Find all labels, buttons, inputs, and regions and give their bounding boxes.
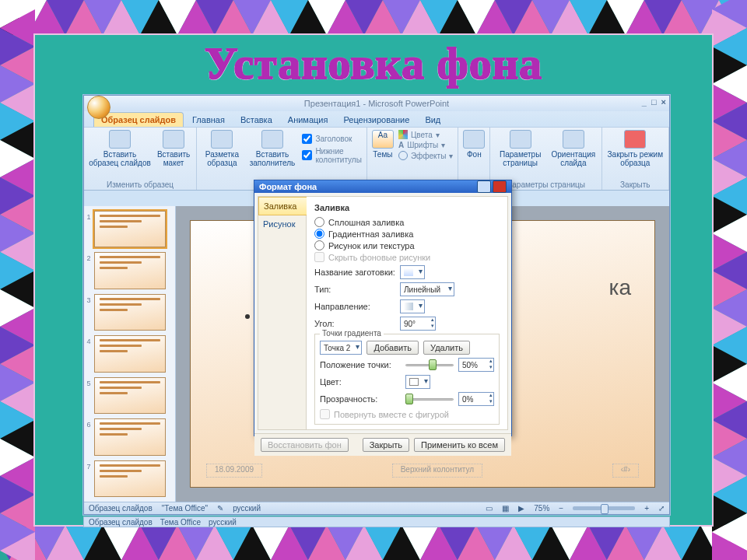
insert-layout-button[interactable]: Вставить макет bbox=[156, 130, 191, 167]
status-bar-shadow: Образец слайдов Тема Office русский bbox=[83, 516, 670, 527]
angle-spinner[interactable]: 90° bbox=[400, 317, 436, 331]
nav-picture[interactable]: Рисунок bbox=[258, 215, 306, 233]
format-background-dialog: Формат фона Заливка Рисунок Заливка Спло… bbox=[254, 180, 512, 436]
insert-layout-label: Вставить макет bbox=[156, 150, 191, 167]
direction-combo[interactable] bbox=[400, 299, 425, 313]
ribbon-group-label: Изменить образец bbox=[89, 180, 191, 189]
nav-fill[interactable]: Заливка bbox=[258, 197, 307, 215]
ribbon-group-label: Закрыть bbox=[607, 180, 664, 189]
master-layout-icon bbox=[211, 130, 233, 149]
dialog-help-button[interactable] bbox=[477, 180, 491, 193]
app-title: Презентация1 - Microsoft PowerPoint bbox=[304, 99, 449, 108]
radio-picture-input[interactable] bbox=[314, 240, 324, 250]
status-bar: Образец слайдов "Тема Office" ✎ русский … bbox=[84, 502, 669, 514]
type-combo[interactable]: Линейный bbox=[400, 282, 454, 296]
page-setup-label: Параметры страницы bbox=[495, 150, 545, 167]
transparency-slider[interactable] bbox=[405, 393, 454, 405]
placeholder-icon bbox=[261, 130, 283, 149]
insert-slide-master-button[interactable]: Вставить образец слайдов bbox=[89, 130, 151, 167]
slide-thumbnail[interactable]: 4 bbox=[94, 335, 166, 372]
insert-slide-master-label: Вставить образец слайдов bbox=[89, 150, 151, 167]
fonts-menu[interactable]: AШрифты ▾ bbox=[398, 141, 453, 149]
remove-stop-button[interactable]: Удалить bbox=[423, 341, 470, 355]
insert-placeholder-button[interactable]: Вставить заполнитель bbox=[247, 130, 298, 167]
transparency-spinner[interactable]: 0% bbox=[458, 392, 494, 406]
slide-thumbnail[interactable]: 7 bbox=[94, 460, 166, 497]
colors-icon bbox=[398, 130, 408, 139]
footers-checkbox[interactable]: Нижние колонтитулы bbox=[302, 147, 362, 164]
slide-thumbnail[interactable]: 1 bbox=[94, 211, 166, 247]
close-button[interactable]: × bbox=[661, 97, 666, 107]
close-master-button[interactable]: Закрыть режим образца bbox=[607, 130, 664, 167]
stop-select[interactable]: Точка 2 bbox=[320, 341, 362, 355]
radio-picture-texture[interactable]: Рисунок или текстура bbox=[314, 240, 500, 250]
tab-animation[interactable]: Анимация bbox=[281, 113, 335, 127]
insert-placeholder-label: Вставить заполнитель bbox=[247, 150, 298, 167]
status-language[interactable]: русский bbox=[233, 504, 261, 513]
footer-slide-number[interactable]: ‹#› bbox=[612, 464, 639, 478]
page-title: Установка фона bbox=[0, 37, 747, 89]
slide-thumbnail[interactable]: 5 bbox=[94, 377, 166, 414]
view-normal-icon[interactable]: ▭ bbox=[486, 504, 493, 513]
add-stop-button[interactable]: Добавить bbox=[366, 341, 419, 355]
insert-layout-icon bbox=[163, 130, 184, 149]
dialog-close-btn[interactable]: Закрыть bbox=[363, 438, 409, 452]
spell-icon[interactable]: ✎ bbox=[217, 504, 223, 513]
slide-title-tail: ка bbox=[609, 275, 631, 300]
radio-gradient-input[interactable] bbox=[314, 229, 324, 239]
effects-menu[interactable]: Эффекты ▾ bbox=[398, 151, 453, 160]
effects-label: Эффекты bbox=[411, 152, 446, 160]
tab-review[interactable]: Рецензирование bbox=[336, 113, 416, 127]
master-layout-label: Разметка образца bbox=[202, 150, 243, 167]
tab-view[interactable]: Вид bbox=[418, 113, 447, 127]
title-checkbox-input[interactable] bbox=[302, 134, 312, 144]
title-checkbox[interactable]: Заголовок bbox=[302, 134, 362, 144]
office-button[interactable] bbox=[87, 96, 110, 119]
position-spinner[interactable]: 50% bbox=[458, 358, 494, 372]
page-setup-icon bbox=[510, 130, 531, 149]
zoom-slider[interactable] bbox=[573, 506, 635, 510]
slide-orientation-label: Ориентация слайда bbox=[550, 150, 597, 167]
radio-solid[interactable]: Сплошная заливка bbox=[314, 217, 500, 227]
tab-home[interactable]: Главная bbox=[185, 113, 232, 127]
position-slider[interactable] bbox=[405, 359, 454, 371]
zoom-value[interactable]: 75% bbox=[534, 504, 549, 513]
maximize-button[interactable]: □ bbox=[651, 97, 657, 107]
slide-orientation-button[interactable]: Ориентация слайда bbox=[550, 130, 597, 167]
close-master-label: Закрыть режим образца bbox=[607, 150, 664, 167]
reset-background-button[interactable]: Восстановить фон bbox=[261, 438, 349, 452]
footer-center[interactable]: Верхний колонтитул bbox=[392, 464, 483, 478]
dialog-close-button[interactable] bbox=[493, 180, 507, 193]
colors-menu[interactable]: Цвета ▾ bbox=[398, 130, 453, 139]
preset-combo[interactable] bbox=[400, 265, 425, 279]
zoom-in-button[interactable]: + bbox=[644, 504, 649, 513]
radio-gradient-label: Градиентная заливка bbox=[328, 229, 413, 239]
tab-insert[interactable]: Вставка bbox=[233, 113, 279, 127]
slide-thumbnail[interactable]: 3 bbox=[94, 294, 166, 331]
hide-graphics-input bbox=[314, 252, 324, 262]
footers-checkbox-label: Нижние колонтитулы bbox=[315, 147, 362, 164]
ribbon-tabs: Образец слайдов Главная Вставка Анимация… bbox=[84, 111, 669, 127]
themes-button[interactable]: Aa Темы bbox=[372, 130, 394, 160]
view-slideshow-icon[interactable]: ▶ bbox=[518, 504, 524, 513]
color-picker[interactable] bbox=[405, 375, 430, 389]
fit-to-window-button[interactable]: ⤢ bbox=[658, 504, 665, 513]
apply-to-all-button[interactable]: Применить ко всем bbox=[414, 438, 505, 452]
minimize-button[interactable]: _ bbox=[642, 97, 647, 107]
footer-date[interactable]: 18.09.2009 bbox=[206, 464, 262, 478]
master-layout-button[interactable]: Разметка образца bbox=[202, 130, 243, 167]
page-setup-button[interactable]: Параметры страницы bbox=[495, 130, 545, 167]
footers-checkbox-input[interactable] bbox=[302, 150, 312, 160]
dialog-footer: Восстановить фон Закрыть Применить ко вс… bbox=[254, 433, 511, 456]
radio-gradient[interactable]: Градиентная заливка bbox=[314, 229, 500, 239]
slide-thumbnails[interactable]: 1234567 bbox=[84, 206, 176, 502]
type-label: Тип: bbox=[314, 285, 395, 294]
slide-thumbnail[interactable]: 2 bbox=[94, 252, 166, 289]
background-button[interactable]: Фон bbox=[463, 130, 485, 159]
view-sorter-icon[interactable]: ▦ bbox=[502, 504, 509, 513]
dialog-titlebar[interactable]: Формат фона bbox=[254, 180, 511, 193]
background-label: Фон bbox=[467, 150, 482, 159]
slide-thumbnail[interactable]: 6 bbox=[94, 418, 166, 455]
zoom-out-button[interactable]: − bbox=[559, 504, 563, 513]
radio-solid-input[interactable] bbox=[314, 217, 324, 227]
